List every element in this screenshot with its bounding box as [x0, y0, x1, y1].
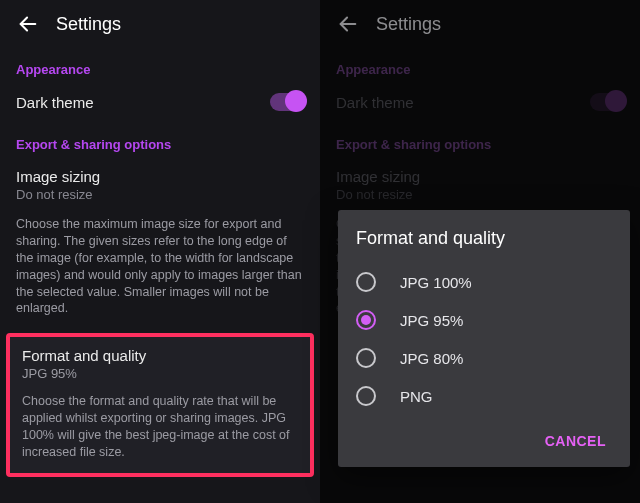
- cancel-button[interactable]: CANCEL: [539, 425, 612, 457]
- option-label: JPG 80%: [400, 350, 463, 367]
- option-label: JPG 100%: [400, 274, 472, 291]
- arrow-left-icon: [17, 13, 39, 35]
- radio-icon-selected: [356, 310, 376, 330]
- dialog-actions: CANCEL: [356, 425, 612, 457]
- radio-icon: [356, 272, 376, 292]
- option-label: JPG 95%: [400, 312, 463, 329]
- image-sizing-value: Do not resize: [16, 187, 304, 202]
- settings-screen-right: Settings Appearance Dark theme Export & …: [320, 0, 640, 503]
- image-sizing-label: Image sizing: [16, 168, 304, 185]
- image-sizing-description: Choose the maximum image size for export…: [0, 214, 320, 331]
- format-quality-description: Choose the format and quality rate that …: [22, 393, 298, 461]
- radio-icon: [356, 386, 376, 406]
- section-appearance: Appearance: [0, 48, 320, 83]
- option-png[interactable]: PNG: [356, 377, 612, 415]
- settings-screen-left: Settings Appearance Dark theme Export & …: [0, 0, 320, 503]
- page-title: Settings: [56, 14, 121, 35]
- app-header: Settings: [0, 0, 320, 48]
- option-jpg-95[interactable]: JPG 95%: [356, 301, 612, 339]
- option-label: PNG: [400, 388, 433, 405]
- format-quality-value: JPG 95%: [22, 366, 298, 381]
- dialog-title: Format and quality: [356, 228, 612, 249]
- format-quality-dialog: Format and quality JPG 100% JPG 95% JPG …: [338, 210, 630, 467]
- format-quality-row-highlighted[interactable]: Format and quality JPG 95% Choose the fo…: [6, 333, 314, 477]
- option-jpg-80[interactable]: JPG 80%: [356, 339, 612, 377]
- radio-icon: [356, 348, 376, 368]
- format-quality-label: Format and quality: [22, 347, 298, 364]
- dark-theme-toggle[interactable]: [270, 93, 304, 111]
- back-button[interactable]: [8, 4, 48, 44]
- image-sizing-row[interactable]: Image sizing Do not resize: [0, 158, 320, 214]
- section-export: Export & sharing options: [0, 123, 320, 158]
- option-jpg-100[interactable]: JPG 100%: [356, 263, 612, 301]
- dark-theme-row[interactable]: Dark theme: [0, 83, 320, 123]
- dark-theme-label: Dark theme: [16, 94, 270, 111]
